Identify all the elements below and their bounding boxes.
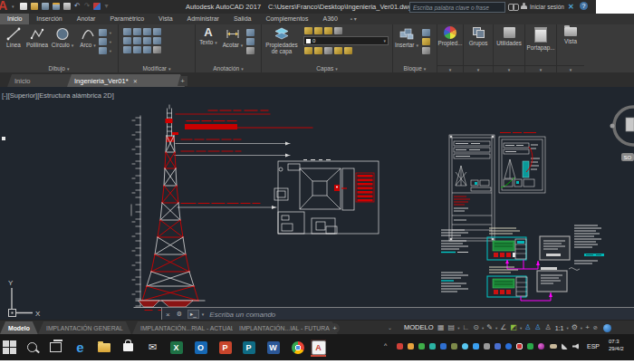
tray-icon-12[interactable]: [538, 343, 544, 350]
array-tool-icon[interactable]: [143, 46, 151, 53]
explode-tool-icon[interactable]: [153, 37, 161, 44]
command-input[interactable]: [207, 310, 634, 320]
viewcube[interactable]: SO: [610, 107, 634, 161]
utilidades-expand-icon[interactable]: [494, 65, 524, 72]
layer-on-icon[interactable]: [304, 27, 312, 34]
workspace-dropdown-icon[interactable]: ▾: [581, 326, 582, 330]
line-tool-button[interactable]: Línea: [2, 26, 25, 48]
ribbon-tab-a360[interactable]: A360: [316, 14, 345, 24]
autocad-app-menu-button[interactable]: A: [0, 0, 7, 13]
tray-icon-5[interactable]: [440, 343, 447, 350]
file-tab-inicio[interactable]: Inicio: [7, 74, 78, 87]
tray-icon-4[interactable]: [429, 343, 436, 350]
file-tab-close-icon[interactable]: ✕: [133, 78, 138, 84]
annotation-scale-icon[interactable]: ♙: [544, 323, 552, 332]
layout-tab-implantacion-actual[interactable]: IMPLANTACIÓN...RIAL - ACTUAL: [132, 321, 242, 334]
layer-lock-icon[interactable]: [324, 27, 332, 34]
model-space-button[interactable]: MODELO: [401, 322, 437, 332]
autoscale-icon[interactable]: ♙: [533, 323, 542, 332]
powerpoint-icon[interactable]: P: [217, 340, 233, 355]
hatch-tool-icon[interactable]: [99, 38, 107, 45]
annotation-scale-value[interactable]: 1:1: [554, 325, 565, 331]
snap-mode-icon[interactable]: ▤: [447, 323, 456, 332]
arc-tool-button[interactable]: Arco: [76, 26, 100, 48]
redo-icon[interactable]: ↷: [84, 3, 91, 10]
open-file-icon[interactable]: [31, 3, 38, 10]
edit-block-icon[interactable]: [422, 38, 430, 45]
ribbon-tab-vista[interactable]: Vista: [151, 14, 179, 24]
save-icon[interactable]: [42, 3, 49, 10]
panel-anotacion-label[interactable]: Anotación: [196, 65, 261, 72]
grupos-expand-icon[interactable]: [464, 65, 493, 72]
layer-freeze-icon[interactable]: [314, 27, 322, 34]
edge-icon[interactable]: e: [72, 340, 88, 355]
layout-tab-implantacion-general[interactable]: IMPLANTACIÓN GENERAL: [38, 321, 131, 334]
mirror-tool-icon[interactable]: [133, 37, 141, 44]
layer-isolate-icon[interactable]: [334, 27, 342, 34]
save-as-icon[interactable]: [53, 3, 60, 10]
phone-icon[interactable]: [527, 343, 533, 350]
snap-dropdown-icon[interactable]: ▾: [457, 326, 459, 330]
leader-tool-icon[interactable]: [246, 29, 255, 36]
undo-icon[interactable]: ↶: [74, 3, 81, 10]
circle-tool-button[interactable]: Círculo: [51, 26, 74, 48]
help-search-input[interactable]: [410, 5, 504, 11]
layer-dropdown-arrow-icon[interactable]: ▾: [383, 38, 386, 43]
ortho-mode-icon[interactable]: ∟: [461, 323, 470, 332]
tray-icon-6[interactable]: [451, 343, 457, 350]
stretch-tool-icon[interactable]: [123, 46, 131, 53]
tray-icon-3[interactable]: [418, 343, 425, 350]
plot-icon[interactable]: [63, 3, 71, 10]
battery-icon[interactable]: [550, 344, 557, 349]
command-dropdown-icon[interactable]: ▾: [202, 311, 205, 317]
mail-icon[interactable]: ✉: [145, 340, 160, 355]
command-close-icon[interactable]: ×: [162, 311, 174, 319]
taskbar-search-icon[interactable]: [24, 340, 40, 355]
object-snap-icon[interactable]: ◩: [509, 323, 518, 332]
panel-modificar-label[interactable]: Modificar: [119, 65, 195, 72]
language-indicator[interactable]: ESP: [587, 343, 600, 350]
file-tab-ingenieria[interactable]: Ingenieria_Ver01* ✕: [67, 74, 185, 87]
vista-expand-icon[interactable]: [557, 65, 584, 72]
annotation-visibility-icon[interactable]: ♙: [524, 323, 532, 332]
chrome-icon[interactable]: [290, 340, 305, 355]
tray-icon-10[interactable]: [495, 343, 501, 350]
network-signal-icon[interactable]: [562, 343, 568, 350]
portapapeles-expand-icon[interactable]: [525, 65, 556, 72]
scale-tool-icon[interactable]: [133, 46, 141, 53]
panel-dibujo-label[interactable]: Dibujo: [0, 65, 118, 72]
layer-off-icon[interactable]: [334, 47, 342, 54]
workspace-icon[interactable]: [93, 3, 101, 10]
isodraft-dropdown-icon[interactable]: ▾: [495, 326, 497, 330]
panel-bloque-label[interactable]: Bloque: [393, 65, 437, 72]
tray-icon-2[interactable]: [408, 343, 414, 350]
layer-thaw-icon[interactable]: [344, 47, 352, 54]
offset-tool-icon[interactable]: [153, 46, 161, 53]
autocad-taskbar-icon[interactable]: A: [311, 340, 326, 357]
create-block-icon[interactable]: [422, 29, 430, 36]
tray-icon-11[interactable]: [516, 343, 523, 350]
bluetooth-icon[interactable]: [505, 343, 512, 350]
command-recent-icon[interactable]: ▸_: [187, 310, 199, 319]
isodraft-icon[interactable]: ✎: [485, 323, 494, 332]
command-customize-icon[interactable]: ⚙: [174, 311, 185, 318]
table-tool-icon[interactable]: [246, 47, 255, 54]
hatch-dd-icon[interactable]: ▾: [110, 40, 111, 44]
dimension-tool-button[interactable]: Acotar: [221, 26, 245, 48]
polyline-tool-button[interactable]: Polilínea: [25, 26, 49, 48]
ribbon-tab-parametrico[interactable]: Paramétrico: [102, 14, 151, 24]
app-menu-dropdown-icon[interactable]: ▾: [12, 4, 14, 9]
ribbon-minimize-icon[interactable]: ▪ ▾: [345, 14, 362, 24]
panel-capas-label[interactable]: Capas: [262, 65, 392, 72]
layout-tab-modelo[interactable]: Modelo: [0, 321, 38, 334]
layer-dropdown[interactable]: 0 ▾: [303, 36, 389, 45]
clean-screen-icon[interactable]: [603, 324, 611, 332]
tray-icon-8[interactable]: [473, 343, 479, 350]
clock[interactable]: 07:3 29/4/2: [609, 338, 634, 352]
new-layout-button[interactable]: +: [330, 323, 340, 333]
region-dd-icon[interactable]: ▾: [110, 49, 111, 53]
layer-properties-button[interactable]: Propiedades de capa: [264, 26, 300, 54]
block-attr-icon[interactable]: [422, 47, 430, 54]
ribbon-tab-complementos[interactable]: Complementos: [258, 14, 315, 24]
mleader-tool-icon[interactable]: [246, 38, 255, 45]
